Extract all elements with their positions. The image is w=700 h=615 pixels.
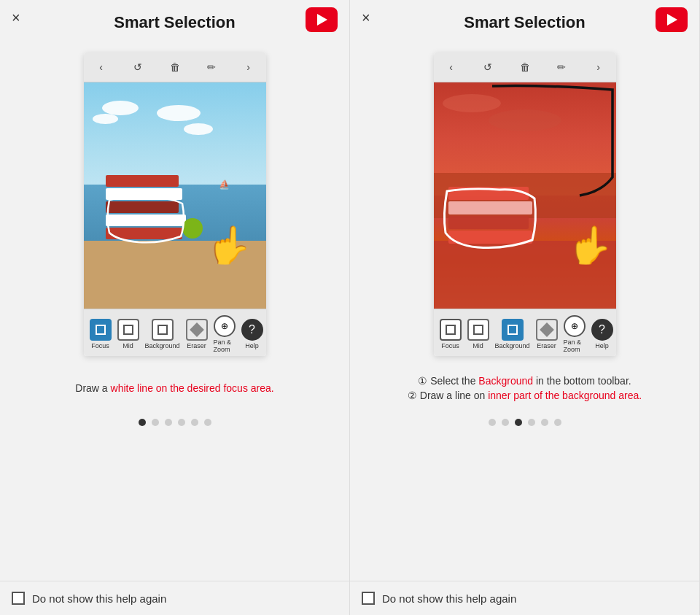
- right-tool-background[interactable]: Background: [492, 317, 533, 351]
- eraser-icon-box: [186, 319, 208, 341]
- right-footer: Do not show this help again: [350, 581, 699, 615]
- right-record-button[interactable]: [656, 7, 688, 32]
- right-mid-label: Mid: [472, 342, 483, 349]
- right-next-button[interactable]: ›: [588, 57, 609, 77]
- edit-button[interactable]: ✏: [201, 57, 222, 77]
- right-mid-icon: [473, 325, 483, 335]
- left-caption-line1: Draw a white line on the desired focus a…: [75, 382, 273, 394]
- right-tool-eraser[interactable]: Eraser: [533, 317, 561, 351]
- left-device-frame: ‹ ↺ 🗑 ✏ › ⛵: [84, 53, 266, 356]
- tool-focus[interactable]: Focus: [87, 317, 114, 351]
- sailboat: ⛵: [219, 179, 230, 190]
- right-title: Smart Selection: [464, 13, 585, 32]
- mid-icon: [123, 325, 133, 335]
- right-caption-prefix2: ② Draw a line on: [408, 390, 488, 401]
- right-help-icon-box: ?: [591, 319, 613, 341]
- right-caption-highlight1: Background: [478, 375, 533, 387]
- right-record-icon: [667, 14, 677, 26]
- right-tool-pan-zoom[interactable]: ⊕ Pan & Zoom: [561, 314, 588, 355]
- left-caption-highlight: white line on the desired focus area.: [111, 382, 274, 394]
- right-trash-button[interactable]: 🗑: [515, 57, 535, 77]
- left-toolbar-bottom: Focus Mid Background Eraser: [84, 309, 266, 356]
- right-dot-4[interactable]: [528, 419, 535, 426]
- undo-button[interactable]: ↺: [128, 57, 148, 77]
- right-undo-button[interactable]: ↺: [478, 57, 498, 77]
- right-dot-6[interactable]: [554, 419, 561, 426]
- right-eraser-label: Eraser: [537, 342, 556, 349]
- dot-4[interactable]: [178, 419, 185, 426]
- left-record-button[interactable]: [306, 7, 338, 32]
- focus-label: Focus: [91, 342, 109, 349]
- tool-pan-zoom[interactable]: ⊕ Pan & Zoom: [211, 314, 238, 355]
- right-caption-suffix1: in the bottom toolbar.: [533, 375, 631, 387]
- mid-icon-box: [117, 319, 139, 341]
- left-close-button[interactable]: ×: [12, 10, 20, 25]
- left-checkbox[interactable]: [12, 592, 25, 605]
- tool-help[interactable]: ? Help: [238, 317, 266, 351]
- right-focus-label: Focus: [441, 342, 459, 349]
- mid-label: Mid: [122, 342, 133, 349]
- hand-cursor: 👆: [206, 227, 252, 263]
- left-toolbar-top: ‹ ↺ 🗑 ✏ ›: [84, 53, 266, 82]
- dot-3[interactable]: [165, 419, 172, 426]
- focus-icon-box: [90, 319, 112, 341]
- right-background-icon: [508, 325, 518, 335]
- beach-scene: ⛵ 👆: [84, 82, 266, 309]
- trash-button[interactable]: 🗑: [165, 57, 185, 77]
- right-pan-zoom-icon-box: ⊕: [564, 315, 586, 337]
- right-checkbox[interactable]: [362, 592, 375, 605]
- right-image-area: 👆: [434, 82, 616, 309]
- right-tool-focus[interactable]: Focus: [437, 317, 464, 351]
- right-panel: × Smart Selection ‹ ↺ 🗑 ✏ ›: [350, 0, 700, 615]
- dot-6[interactable]: [204, 419, 211, 426]
- focus-icon: [96, 325, 106, 335]
- right-close-button[interactable]: ×: [362, 10, 370, 25]
- red-scene: 👆: [434, 82, 616, 309]
- right-caption: ① Select the Background in the bottom to…: [393, 356, 656, 414]
- black-selection-outline: [434, 82, 616, 214]
- right-toolbar-top: ‹ ↺ 🗑 ✏ ›: [434, 53, 616, 82]
- help-icon-box: ?: [241, 319, 263, 341]
- tool-mid[interactable]: Mid: [114, 317, 142, 351]
- right-caption-highlight2: inner part of the background area.: [488, 390, 642, 401]
- tool-background[interactable]: Background: [142, 317, 183, 351]
- dot-2[interactable]: [152, 419, 159, 426]
- right-eraser-icon-box: [536, 319, 558, 341]
- next-button[interactable]: ›: [238, 57, 259, 77]
- right-dot-5[interactable]: [541, 419, 548, 426]
- record-icon: [317, 14, 327, 26]
- dot-5[interactable]: [191, 419, 198, 426]
- prev-button[interactable]: ‹: [91, 57, 112, 77]
- selection-outline: [102, 193, 190, 247]
- right-header: × Smart Selection: [350, 0, 699, 38]
- right-caption-line1: ① Select the Background in the bottom to…: [418, 375, 631, 387]
- right-tool-help[interactable]: ? Help: [588, 317, 616, 351]
- right-prev-button[interactable]: ‹: [441, 57, 462, 77]
- right-hand-cursor: 👆: [567, 227, 612, 263]
- right-edit-button[interactable]: ✏: [551, 57, 572, 77]
- right-pan-zoom-label: Pan & Zoom: [564, 339, 586, 353]
- right-dot-3[interactable]: [515, 419, 522, 426]
- left-checkbox-label: Do not show this help again: [32, 592, 166, 605]
- background-label: Background: [145, 342, 180, 349]
- background-icon: [158, 325, 168, 335]
- left-footer: Do not show this help again: [0, 581, 349, 615]
- right-dots: [489, 419, 561, 426]
- left-caption: Draw a white line on the desired focus a…: [61, 356, 288, 414]
- right-checkbox-label: Do not show this help again: [382, 592, 516, 605]
- left-caption-text: Draw a: [75, 382, 110, 394]
- right-background-label: Background: [495, 342, 530, 349]
- pan-zoom-icon-box: ⊕: [214, 315, 236, 337]
- right-device-frame: ‹ ↺ 🗑 ✏ ›: [434, 53, 616, 356]
- left-header: × Smart Selection: [0, 0, 349, 38]
- left-image-area: ⛵ 👆: [84, 82, 266, 309]
- right-tool-mid[interactable]: Mid: [464, 317, 492, 351]
- dot-1[interactable]: [139, 419, 146, 426]
- right-dot-2[interactable]: [502, 419, 509, 426]
- right-mid-icon-box: [467, 319, 489, 341]
- help-label: Help: [245, 342, 259, 349]
- right-dot-1[interactable]: [489, 419, 496, 426]
- tool-eraser[interactable]: Eraser: [183, 317, 211, 351]
- right-toolbar-bottom: Focus Mid Background Eraser: [434, 309, 616, 356]
- left-panel: × Smart Selection ‹ ↺ 🗑 ✏ ›: [0, 0, 350, 615]
